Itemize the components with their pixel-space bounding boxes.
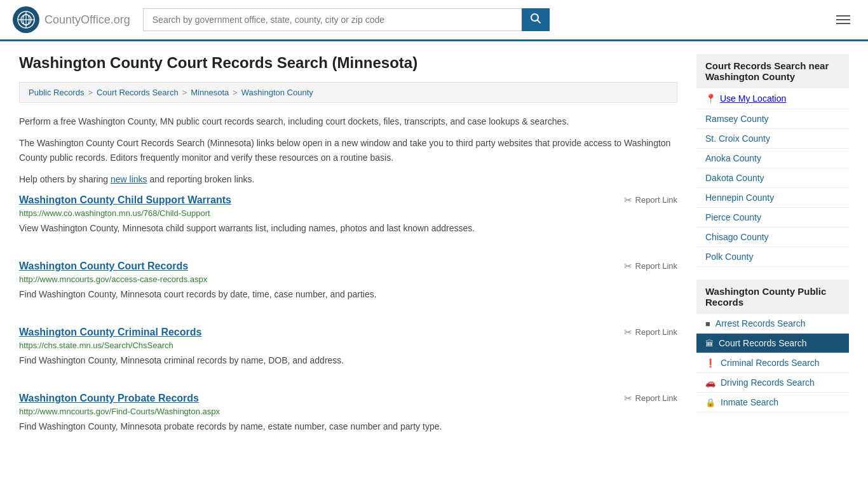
breadcrumb-minnesota[interactable]: Minnesota <box>191 88 229 97</box>
report-link-icon-2: ✂ <box>624 327 632 338</box>
search-input[interactable] <box>143 8 522 31</box>
search-button[interactable] <box>522 8 550 31</box>
public-records-section: Washington County Public Records ■Arrest… <box>696 280 849 412</box>
sidebar: Court Records Search near Washington Cou… <box>696 54 849 459</box>
public-records-item-2[interactable]: ❗Criminal Records Search <box>696 353 849 373</box>
nearby-county-list: Ramsey CountySt. Croix CountyAnoka Count… <box>696 109 849 267</box>
result-title-3[interactable]: Washington County Probate Records <box>19 393 199 404</box>
public-records-list: ■Arrest Records Search🏛Court Records Sea… <box>696 314 849 412</box>
report-link-1[interactable]: ✂ Report Link <box>624 261 677 272</box>
logo[interactable]: CountyOffice.org <box>13 6 130 33</box>
result-desc-0: View Washington County, Minnesota child … <box>19 222 677 235</box>
header: CountyOffice.org <box>0 0 868 41</box>
result-url-0: https://www.co.washington.mn.us/768/Chil… <box>19 208 677 218</box>
page-title: Washington County Court Records Search (… <box>19 54 677 72</box>
pr-icon-1: 🏛 <box>705 339 714 348</box>
pr-link-0[interactable]: Arrest Records Search <box>715 318 806 329</box>
nearby-county-link-5[interactable]: Pierce County <box>705 212 761 222</box>
nearby-county-link-3[interactable]: Dakota County <box>705 173 764 183</box>
nearby-county-item-4[interactable]: Hennepin County <box>696 188 849 208</box>
result-title-1[interactable]: Washington County Court Records <box>19 261 188 272</box>
description-2: The Washington County Court Records Sear… <box>19 136 677 165</box>
result-header-0: Washington County Child Support Warrants… <box>19 194 677 206</box>
result-item-3: Washington County Probate Records ✂ Repo… <box>19 393 677 440</box>
breadcrumb: Public Records > Court Records Search > … <box>19 82 677 103</box>
nearby-heading: Court Records Search near Washington Cou… <box>696 54 849 88</box>
pr-icon-4: 🔒 <box>705 398 715 407</box>
result-desc-3: Find Washington County, Minnesota probat… <box>19 420 677 433</box>
result-title-2[interactable]: Washington County Criminal Records <box>19 327 201 338</box>
pr-link-4[interactable]: Inmate Search <box>721 397 778 407</box>
public-records-item-4[interactable]: 🔒Inmate Search <box>696 393 849 412</box>
result-desc-1: Find Washington County, Minnesota court … <box>19 288 677 301</box>
nearby-county-link-1[interactable]: St. Croix County <box>705 133 770 144</box>
nearby-county-item-5[interactable]: Pierce County <box>696 208 849 227</box>
nearby-county-item-6[interactable]: Chisago County <box>696 227 849 247</box>
result-url-2: https://chs.state.mn.us/Search/ChsSearch <box>19 341 677 350</box>
nearby-county-item-3[interactable]: Dakota County <box>696 168 849 188</box>
breadcrumb-sep-1: > <box>88 88 93 97</box>
breadcrumb-court-records[interactable]: Court Records Search <box>97 88 179 97</box>
public-records-item-3[interactable]: 🚗Driving Records Search <box>696 373 849 393</box>
pr-icon-3: 🚗 <box>705 378 715 388</box>
use-my-location-link[interactable]: Use My Location <box>720 93 786 104</box>
logo-icon <box>13 6 39 33</box>
report-link-icon-3: ✂ <box>624 393 632 404</box>
nearby-county-item-1[interactable]: St. Croix County <box>696 129 849 149</box>
pr-link-2[interactable]: Criminal Records Search <box>721 358 820 368</box>
result-item-2: Washington County Criminal Records ✂ Rep… <box>19 327 677 374</box>
description-3: Help others by sharing new links and rep… <box>19 172 677 186</box>
pr-icon-2: ❗ <box>705 358 715 368</box>
report-link-3[interactable]: ✂ Report Link <box>624 393 677 404</box>
nearby-county-link-2[interactable]: Anoka County <box>705 153 761 163</box>
new-links-link[interactable]: new links <box>111 174 147 184</box>
result-item-1: Washington County Court Records ✂ Report… <box>19 261 677 308</box>
nearby-county-link-6[interactable]: Chisago County <box>705 232 769 242</box>
result-header-3: Washington County Probate Records ✂ Repo… <box>19 393 677 404</box>
search-bar <box>143 8 550 31</box>
menu-button[interactable] <box>831 10 855 29</box>
use-my-location-row[interactable]: 📍 Use My Location <box>696 88 849 109</box>
header-right <box>831 10 855 29</box>
logo-text: CountyOffice.org <box>44 13 130 27</box>
report-link-icon-1: ✂ <box>624 261 632 272</box>
result-header-1: Washington County Court Records ✂ Report… <box>19 261 677 272</box>
result-item-0: Washington County Child Support Warrants… <box>19 194 677 241</box>
public-records-heading: Washington County Public Records <box>696 280 849 314</box>
breadcrumb-sep-3: > <box>233 88 238 97</box>
location-icon: 📍 <box>705 93 716 104</box>
nearby-county-link-0[interactable]: Ramsey County <box>705 114 769 124</box>
breadcrumb-public-records[interactable]: Public Records <box>29 88 84 97</box>
report-link-2[interactable]: ✂ Report Link <box>624 327 677 338</box>
nearby-county-item-0[interactable]: Ramsey County <box>696 109 849 129</box>
nearby-county-item-7[interactable]: Polk County <box>696 247 849 267</box>
result-header-2: Washington County Criminal Records ✂ Rep… <box>19 327 677 338</box>
nearby-county-link-7[interactable]: Polk County <box>705 252 753 262</box>
result-url-3: http://www.mncourts.gov/Find-Courts/Wash… <box>19 407 677 416</box>
main-container: Washington County Court Records Search (… <box>0 41 868 471</box>
pr-link-3[interactable]: Driving Records Search <box>721 377 815 388</box>
nearby-county-link-4[interactable]: Hennepin County <box>705 193 774 203</box>
breadcrumb-sep-2: > <box>182 88 187 97</box>
breadcrumb-washington-county[interactable]: Washington County <box>241 88 313 97</box>
pr-icon-0: ■ <box>705 319 710 329</box>
result-title-0[interactable]: Washington County Child Support Warrants <box>19 194 231 206</box>
description-1: Perform a free Washington County, MN pub… <box>19 114 677 128</box>
pr-link-1[interactable]: Court Records Search <box>719 338 807 348</box>
report-link-icon-0: ✂ <box>624 194 632 206</box>
content-area: Washington County Court Records Search (… <box>19 54 677 459</box>
nearby-section: Court Records Search near Washington Cou… <box>696 54 849 267</box>
results-container: Washington County Child Support Warrants… <box>19 194 677 440</box>
result-url-1: http://www.mncourts.gov/access-case-reco… <box>19 274 677 284</box>
result-desc-2: Find Washington County, Minnesota crimin… <box>19 354 677 367</box>
public-records-item-1[interactable]: 🏛Court Records Search <box>696 334 849 353</box>
public-records-item-0[interactable]: ■Arrest Records Search <box>696 314 849 334</box>
report-link-0[interactable]: ✂ Report Link <box>624 194 677 206</box>
nearby-county-item-2[interactable]: Anoka County <box>696 149 849 168</box>
